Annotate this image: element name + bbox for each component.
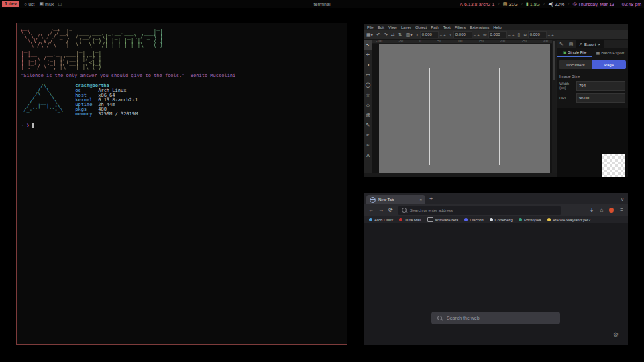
search-icon [437,316,442,320]
bookmark-codeberg[interactable]: Codeberg [490,218,513,222]
menu-icon[interactable]: ≡ [620,207,623,213]
flip-vertical-icon[interactable]: ⇅ [398,32,402,38]
selection-mode-dropdown[interactable]: ▦▾ [366,32,373,38]
layers-icon[interactable]: ▤ [566,42,576,47]
url-bar[interactable]: Search or enter address [398,206,561,215]
bookmarks-bar: Arch Linux Tuta Mail software refs Disco… [364,216,628,223]
h-input[interactable]: 0.000 [528,31,547,38]
focused-window-title: terminal [0,2,644,7]
menu-filters[interactable]: Filters [455,25,466,29]
bookmark-are-we-wayland-yet[interactable]: Are we Wayland yet? [547,218,590,222]
single-file-icon: ▣ [563,50,567,54]
bookmark-photopea[interactable]: Photopea [519,218,541,222]
menu-file[interactable]: File [367,25,374,29]
ellipse-tool-icon[interactable]: ◯ [364,80,372,90]
box3d-tool-icon[interactable]: ◇ [364,100,372,110]
terminal-window[interactable]: __ __ _ _ \ \ / /__| | ___ ___ _ __ ___ … [16,23,347,345]
pencil-icon[interactable]: ✎ [557,42,566,47]
bookmark-label: Discord [470,218,483,222]
shell-prompt[interactable]: ~ ❯ [21,123,343,128]
bookmark-arch-linux[interactable]: Arch Linux [369,218,393,222]
x-minus-button[interactable]: − [440,33,443,37]
search-icon [402,208,407,213]
fetch-value: 3256M / 32019M [98,112,138,117]
y-field: Y 0.000 − + [449,31,480,38]
pen-tool-icon[interactable]: ✒ [364,130,372,140]
canvas-scrollbar[interactable] [552,40,556,173]
drawn-path-line[interactable] [499,68,500,165]
tab-list-chevron-icon[interactable]: ∨ [621,197,624,202]
align-dropdown[interactable]: ▥▾ [406,32,413,38]
w-input[interactable]: 0.000 [488,31,507,38]
bookmark-discord[interactable]: Discord [464,218,483,222]
gear-icon[interactable]: ⚙ [613,331,619,338]
width-input[interactable]: 794 [576,81,625,90]
bookmark-tuta-mail[interactable]: Tuta Mail [399,218,421,222]
toolbox: ↖ ✛ ◑ ▭ ◯ ☆ ◇ @ ✎ ✒ ≈ A [364,40,372,177]
h-plus-button[interactable]: + [551,33,554,37]
y-label: Y [449,33,452,37]
x-plus-button[interactable]: + [443,33,446,37]
extension-icon[interactable] [609,208,614,213]
menu-path[interactable]: Path [431,25,439,29]
y-input[interactable]: 0.000 [453,31,472,38]
pencil-tool-icon[interactable]: ✎ [364,120,372,130]
page-button[interactable]: Page [592,60,626,69]
back-button[interactable]: ← [368,207,374,213]
navigation-bar: ← → ⟳ Search or enter address ↧ ⌂ ≡ [364,204,628,216]
tab-single-file[interactable]: ▣ Single File [557,48,592,57]
close-icon[interactable]: × [598,42,600,46]
star-tool-icon[interactable]: ☆ [364,90,372,100]
menu-extensions[interactable]: Extensions [470,25,489,29]
flip-horizontal-icon[interactable]: ⇄ [391,32,395,38]
fetch-info: crash@bertha os Arch Linux host x86_64 k… [75,84,138,117]
document-button[interactable]: Document [559,60,592,69]
menu-help[interactable]: Help [493,25,501,29]
lock-ratio-icon[interactable]: ▯ [518,32,521,38]
selector-tool-icon[interactable]: ↖ [364,40,372,50]
scrollbar-thumb[interactable] [553,41,555,80]
menu-view[interactable]: View [388,25,397,29]
w-minus-button[interactable]: − [508,33,511,37]
menu-layer[interactable]: Layer [401,25,411,29]
forward-button[interactable]: → [378,207,384,213]
tab-new-tab[interactable]: New Tab × [366,195,425,204]
document-page[interactable] [379,44,550,173]
calligraphy-tool-icon[interactable]: ≈ [364,140,372,150]
menu-object[interactable]: Object [415,25,427,29]
dpi-input[interactable]: 96.00 [576,93,625,103]
w-plus-button[interactable]: + [512,33,515,37]
reload-button[interactable]: ⟳ [388,207,393,213]
home-icon[interactable]: ⌂ [600,207,603,213]
y-plus-button[interactable]: + [477,33,480,37]
menu-text[interactable]: Text [443,25,451,29]
shape-builder-tool-icon[interactable]: ◑ [364,60,372,70]
text-tool-icon[interactable]: A [364,150,372,160]
drawn-path-line[interactable] [429,68,430,165]
web-search-input[interactable]: Search the web [431,312,560,324]
y-minus-button[interactable]: − [474,33,476,37]
rotate-cw-icon[interactable]: ↷ [384,32,388,38]
prompt-cwd: ~ [21,123,23,128]
ruler-tick: 200 [500,40,506,43]
ruler-tick: 150 [479,40,484,43]
fetch-row: memory 3256M / 32019M [75,112,138,117]
x-input[interactable]: 0.000 [420,31,439,38]
bookmark-folder-software-refs[interactable]: software refs [427,217,458,222]
rectangle-tool-icon[interactable]: ▭ [364,70,372,80]
inkscape-statusbar [364,173,557,177]
node-tool-icon[interactable]: ✛ [364,50,372,60]
canvas[interactable] [372,44,552,173]
spiral-tool-icon[interactable]: @ [364,110,372,120]
tab-batch-export[interactable]: ▦ Batch Export [592,48,628,57]
favicon [369,218,372,221]
close-tab-icon[interactable]: × [419,198,422,202]
rotate-ccw-icon[interactable]: ↶ [376,32,380,38]
new-tab-button[interactable]: + [429,196,433,202]
export-mode-tabs: ▣ Single File ▦ Batch Export [557,48,628,57]
export-dialog-tab[interactable]: ↗ Export × [576,40,604,48]
nav-right-icons: ↧ ⌂ ≡ [590,207,623,213]
downloads-icon[interactable]: ↧ [590,207,594,213]
h-minus-button[interactable]: − [548,33,551,37]
menu-edit[interactable]: Edit [378,25,384,29]
